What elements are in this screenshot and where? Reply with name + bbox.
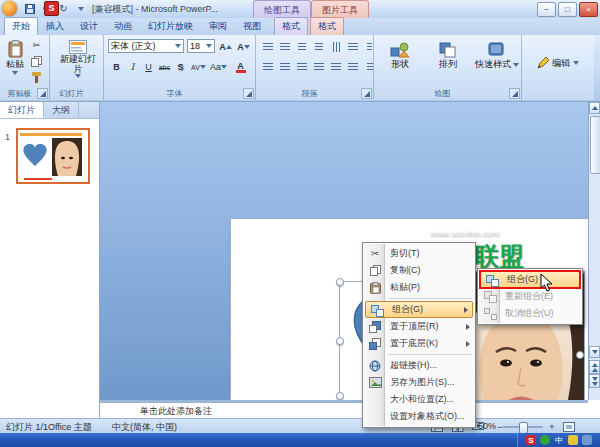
distribute-button[interactable]: [327, 59, 344, 75]
selection-handle[interactable]: [576, 351, 584, 359]
font-size-combobox[interactable]: 18: [187, 39, 215, 53]
menu-item-group[interactable]: 组合(G): [365, 301, 473, 318]
slide-thumbnail[interactable]: [16, 128, 90, 184]
dropdown-arrow-icon: [78, 7, 84, 11]
tray-green-icon[interactable]: [540, 435, 550, 445]
tab-format-picture[interactable]: 格式: [310, 17, 344, 35]
tray-yellow-icon[interactable]: [568, 435, 578, 445]
slide-editing-area[interactable]: www.wordlm.com Word联盟: [100, 102, 588, 400]
maximize-button[interactable]: □: [558, 2, 577, 17]
quick-styles-button[interactable]: 快速样式: [473, 38, 521, 86]
bullet-list-button[interactable]: [259, 39, 276, 55]
save-button[interactable]: [22, 2, 37, 15]
tray-language-icon[interactable]: 中: [554, 435, 564, 445]
paste-button[interactable]: 粘贴: [2, 37, 28, 87]
tab-format-drawing[interactable]: 格式: [274, 17, 308, 35]
arrow-up-icon: [592, 106, 598, 110]
text-direction-button[interactable]: [327, 39, 344, 55]
selection-handle[interactable]: [336, 392, 344, 400]
notes-pane[interactable]: 单击此处添加备注: [100, 400, 588, 418]
menu-item-copy[interactable]: 复制(C): [364, 262, 474, 279]
close-button[interactable]: ×: [579, 2, 598, 17]
menu-item-send-to-back[interactable]: 置于底层(K): [364, 335, 474, 352]
tab-home[interactable]: 开始: [4, 17, 38, 35]
previous-slide-button[interactable]: [589, 360, 600, 374]
justify-button[interactable]: [310, 59, 327, 75]
dropdown-arrow-icon: [175, 44, 181, 48]
status-bar: 幻灯片 1/1 Office 主题 中文(简体, 中国) 50% − +: [0, 418, 600, 433]
strikethrough-button[interactable]: abc: [156, 59, 173, 75]
tab-slideshow[interactable]: 幻灯片放映: [140, 17, 201, 35]
selection-handle[interactable]: [336, 278, 344, 286]
tray-blue-icon[interactable]: [582, 435, 592, 445]
dialog-launcher-icon[interactable]: [243, 88, 254, 99]
line-spacing-button[interactable]: [344, 39, 361, 55]
align-right-icon: [297, 63, 307, 71]
bold-button[interactable]: B: [108, 59, 125, 75]
next-slide-button[interactable]: [589, 374, 600, 388]
menu-item-bring-to-front[interactable]: 置于顶层(R): [364, 318, 474, 335]
scrollbar-thumb[interactable]: [590, 116, 600, 174]
minimize-button[interactable]: −: [537, 2, 556, 17]
vertical-scrollbar[interactable]: [588, 102, 600, 400]
change-case-button[interactable]: Aa: [210, 59, 227, 75]
tab-design[interactable]: 设计: [72, 17, 106, 35]
menu-item-save-as-picture[interactable]: 另存为图片(S)...: [364, 374, 474, 391]
new-slide-button[interactable]: 新建幻灯片: [55, 37, 101, 87]
decrease-indent-button[interactable]: [293, 39, 310, 55]
menu-item-format-object[interactable]: 设置对象格式(O)...: [364, 408, 474, 425]
tab-insert[interactable]: 插入: [38, 17, 72, 35]
tab-view[interactable]: 视图: [235, 17, 269, 35]
underline-button[interactable]: U: [140, 59, 157, 75]
dialog-launcher-icon[interactable]: [37, 88, 48, 99]
submenu-item-label: 取消组合(U): [505, 307, 554, 320]
cut-icon: ✂: [33, 40, 41, 50]
double-chevron-up-icon: [592, 368, 598, 372]
scroll-down-button[interactable]: [589, 346, 600, 358]
tray-s-icon[interactable]: S: [526, 435, 536, 445]
zoom-in-button[interactable]: +: [546, 420, 558, 434]
align-text-button[interactable]: [344, 59, 361, 75]
dialog-launcher-icon[interactable]: [509, 88, 520, 99]
fit-to-window-button[interactable]: [560, 420, 578, 434]
cut-button[interactable]: ✂: [28, 37, 45, 53]
grow-font-button[interactable]: A: [217, 39, 234, 55]
office-button[interactable]: [2, 1, 17, 16]
outline-pane-tab[interactable]: 大纲: [44, 102, 79, 118]
align-right-button[interactable]: [293, 59, 310, 75]
qat-dropdown-button[interactable]: [73, 2, 88, 15]
shrink-font-button[interactable]: A: [235, 39, 252, 55]
character-spacing-button[interactable]: AV: [190, 59, 207, 75]
slides-pane-tab[interactable]: 幻灯片: [0, 102, 44, 118]
align-left-icon: [263, 63, 273, 71]
italic-button[interactable]: I: [124, 59, 141, 75]
save-icon: [25, 4, 35, 14]
font-name-value: 宋体 (正文): [111, 40, 156, 53]
selection-handle[interactable]: [336, 337, 344, 345]
scroll-up-button[interactable]: [589, 102, 600, 114]
mouse-cursor-icon: [540, 273, 553, 292]
shapes-button[interactable]: 形状: [377, 38, 423, 86]
menu-item-paste[interactable]: 粘贴(P): [364, 279, 474, 296]
tab-review[interactable]: 审阅: [201, 17, 235, 35]
align-center-button[interactable]: [276, 59, 293, 75]
paragraph-group-label: 段落: [256, 88, 363, 99]
tab-animations[interactable]: 动画: [106, 17, 140, 35]
font-name-combobox[interactable]: 宋体 (正文): [108, 39, 184, 53]
format-painter-button[interactable]: [28, 69, 45, 85]
dropdown-arrow-icon: [573, 61, 579, 65]
align-left-button[interactable]: [259, 59, 276, 75]
numbered-list-button[interactable]: [276, 39, 293, 55]
copy-button[interactable]: [28, 53, 45, 69]
submenu-item-group[interactable]: 组合(G): [480, 271, 580, 288]
menu-item-cut[interactable]: ✂ 剪切(T): [364, 245, 474, 262]
text-shadow-button[interactable]: S: [172, 59, 189, 75]
arrange-button[interactable]: 排列: [425, 38, 471, 86]
menu-item-size-and-position[interactable]: 大小和位置(Z)...: [364, 391, 474, 408]
menu-item-hyperlink[interactable]: 超链接(H)...: [364, 357, 474, 374]
snagit-overlay-icon[interactable]: S: [44, 1, 59, 16]
dialog-launcher-icon[interactable]: [361, 88, 372, 99]
increase-indent-button[interactable]: [310, 39, 327, 55]
editing-button[interactable]: 编辑: [528, 45, 588, 81]
font-color-button[interactable]: A: [232, 59, 249, 75]
